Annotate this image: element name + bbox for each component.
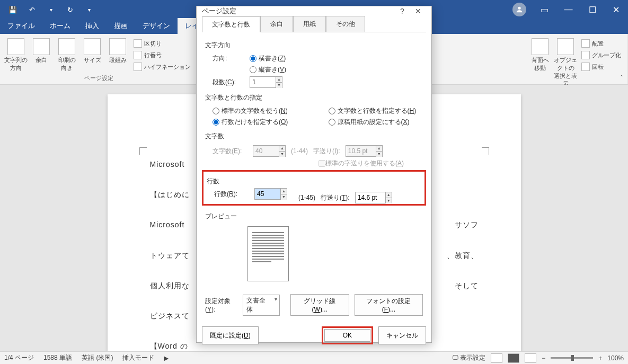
tab-home[interactable]: ホーム bbox=[42, 18, 78, 34]
dialog-title: ページ設定 bbox=[202, 6, 236, 16]
section-preview: プレビュー bbox=[205, 212, 423, 221]
tab-insert[interactable]: 挿入 bbox=[78, 18, 107, 34]
dialog-tab-other[interactable]: その他 bbox=[326, 16, 365, 32]
undo-dropdown-icon[interactable]: ▾ bbox=[42, 2, 59, 17]
user-avatar[interactable] bbox=[512, 3, 526, 16]
margin-corner-tr bbox=[482, 147, 489, 155]
chars-range: (1-44) bbox=[291, 147, 308, 155]
maximize-button[interactable]: ☐ bbox=[580, 0, 604, 19]
undo-icon[interactable]: ↶ bbox=[23, 2, 40, 17]
label-lines-count: 行数(R): bbox=[214, 190, 249, 199]
group-button[interactable]: グループ化 bbox=[579, 50, 623, 60]
lines-range: (1-45) bbox=[298, 194, 315, 201]
zoom-level[interactable]: 100% bbox=[607, 354, 624, 362]
align-button[interactable]: 配置 bbox=[579, 38, 623, 49]
redo-icon[interactable]: ↻ bbox=[61, 2, 78, 17]
radio-lines-only[interactable]: 行数だけを指定する(O) bbox=[213, 118, 288, 127]
text-direction-button[interactable]: 文字列の 方向 bbox=[4, 36, 28, 72]
view-print-layout[interactable] bbox=[508, 353, 519, 363]
dialog-body: 文字方向 方向: 横書き(Z) 縦書き(V) 段数(C): ▲▼ 文字数と行数の… bbox=[202, 32, 426, 321]
label-line-pitch: 行送り(T): bbox=[321, 193, 350, 202]
quick-access-toolbar: 💾 ↶ ▾ ↻ ▾ bbox=[0, 2, 98, 17]
status-word-count[interactable]: 1588 単語 bbox=[43, 353, 72, 362]
radio-chars-and-lines[interactable]: 文字数と行数を指定する(H) bbox=[329, 106, 417, 116]
ok-button[interactable]: OK bbox=[324, 329, 370, 342]
section-grid-spec: 文字数と行数の指定 bbox=[205, 93, 423, 102]
collapse-ribbon-icon[interactable]: ˆ bbox=[621, 75, 623, 82]
set-default-button[interactable]: 既定に設定(D) bbox=[202, 326, 259, 344]
minimize-button[interactable]: — bbox=[556, 0, 580, 19]
grid-lines-button[interactable]: グリッド線(W)... bbox=[290, 294, 349, 316]
ribbon-group-page-setup: 文字列の 方向 余白 印刷の 向き サイズ 段組み 区切り 行番号 ハイフネーシ… bbox=[0, 34, 198, 84]
label-chars-count: 文字数(E): bbox=[213, 147, 247, 156]
line-numbers-button[interactable]: 行番号 bbox=[131, 50, 193, 60]
dialog-titlebar: ページ設定 ? ✕ bbox=[197, 6, 431, 16]
radio-use-standard[interactable]: 標準の文字数を使う(N) bbox=[213, 106, 288, 116]
label-char-pitch: 字送り(I): bbox=[313, 147, 340, 156]
preview-thumbnail bbox=[247, 226, 289, 281]
zoom-slider[interactable] bbox=[551, 357, 593, 359]
dialog-help-button[interactable]: ? bbox=[394, 7, 410, 15]
line-pitch-input[interactable]: ▲▼ bbox=[355, 192, 392, 203]
tab-design[interactable]: デザイン bbox=[135, 18, 178, 34]
apply-to-combo[interactable]: 文書全体 bbox=[243, 295, 280, 316]
dialog-footer: 既定に設定(D) OK キャンセル bbox=[197, 321, 431, 350]
dialog-tabs: 文字数と行数 余白 用紙 その他 bbox=[197, 16, 431, 32]
font-settings-button[interactable]: フォントの設定(F)... bbox=[355, 294, 423, 316]
status-insert-mode[interactable]: 挿入モード bbox=[122, 353, 154, 362]
qat-customize-icon[interactable]: ▾ bbox=[81, 2, 98, 17]
chars-count-input: ▲▼ bbox=[253, 145, 286, 157]
titlebar-right: ▭ — ☐ ✕ bbox=[512, 0, 628, 19]
checkbox-std-pitch: 標準の字送りを使用する(A) bbox=[319, 159, 404, 168]
size-button[interactable]: サイズ bbox=[81, 36, 104, 64]
highlight-ok: OK bbox=[322, 326, 373, 344]
ribbon-display-icon[interactable]: ▭ bbox=[533, 0, 556, 19]
section-chars: 文字数 bbox=[205, 132, 423, 141]
char-pitch-input: ▲▼ bbox=[346, 145, 383, 157]
section-lines: 行数 bbox=[207, 177, 421, 186]
group-label-page-setup: ページ設定 bbox=[84, 73, 113, 83]
lines-count-input[interactable]: ▲▼ bbox=[254, 188, 287, 200]
svg-point-0 bbox=[518, 7, 520, 10]
save-icon[interactable]: 💾 bbox=[4, 2, 21, 17]
radio-grid-paper[interactable]: 原稿用紙の設定にする(X) bbox=[329, 118, 410, 127]
page-setup-dialog: ページ設定 ? ✕ 文字数と行数 余白 用紙 その他 文字方向 方向: 横書き(… bbox=[196, 6, 432, 343]
close-button[interactable]: ✕ bbox=[604, 0, 628, 19]
radio-horizontal[interactable]: 横書き(Z) bbox=[250, 54, 286, 63]
margins-button[interactable]: 余白 bbox=[30, 36, 53, 64]
status-macro-icon[interactable]: ▶ bbox=[164, 354, 169, 362]
view-read-mode[interactable] bbox=[491, 353, 502, 363]
columns-button[interactable]: 段組み bbox=[106, 36, 129, 64]
ribbon-group-arrange: 背面へ 移動 オブジェクトの 選択と表示 配置 グループ化 回転 配置 bbox=[524, 34, 628, 84]
zoom-in-button[interactable]: + bbox=[598, 354, 602, 362]
tab-file[interactable]: ファイル bbox=[0, 18, 42, 34]
tab-draw[interactable]: 描画 bbox=[107, 18, 135, 34]
radio-vertical[interactable]: 縦書き(V) bbox=[250, 65, 286, 74]
dialog-close-button[interactable]: ✕ bbox=[410, 7, 426, 15]
status-page[interactable]: 1/4 ページ bbox=[4, 353, 34, 362]
view-web-layout[interactable] bbox=[525, 353, 536, 363]
dialog-tab-chars-lines[interactable]: 文字数と行数 bbox=[202, 16, 260, 32]
label-direction: 方向: bbox=[213, 54, 244, 63]
rotate-button[interactable]: 回転 bbox=[579, 61, 623, 72]
breaks-button[interactable]: 区切り bbox=[131, 38, 193, 49]
selection-pane-button[interactable]: オブジェクトの 選択と表示 bbox=[554, 36, 577, 88]
section-text-direction: 文字方向 bbox=[205, 41, 423, 50]
label-columns: 段数(C): bbox=[213, 78, 244, 87]
cancel-button[interactable]: キャンセル bbox=[378, 326, 426, 344]
columns-input[interactable]: ▲▼ bbox=[250, 76, 282, 88]
label-apply-to: 設定対象(Y): bbox=[205, 297, 237, 313]
orientation-button[interactable]: 印刷の 向き bbox=[55, 36, 78, 72]
dialog-tab-paper[interactable]: 用紙 bbox=[293, 16, 326, 32]
dialog-tab-margins[interactable]: 余白 bbox=[260, 16, 293, 32]
display-settings-button[interactable]: 🖵 表示設定 bbox=[452, 353, 485, 362]
status-language[interactable]: 英語 (米国) bbox=[82, 353, 113, 362]
zoom-out-button[interactable]: − bbox=[542, 354, 545, 362]
margin-corner-tl bbox=[139, 147, 147, 155]
hyphenation-button[interactable]: ハイフネーション bbox=[131, 61, 193, 72]
send-backward-button[interactable]: 背面へ 移動 bbox=[528, 36, 552, 72]
status-bar: 1/4 ページ 1588 単語 英語 (米国) 挿入モード ▶ 🖵 表示設定 −… bbox=[0, 351, 628, 364]
